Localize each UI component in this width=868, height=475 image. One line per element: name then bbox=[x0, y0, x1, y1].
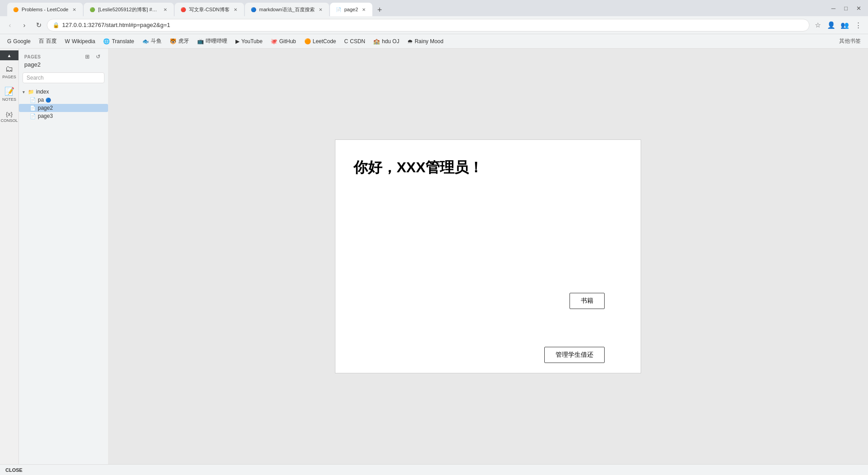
tab-close-2[interactable]: ✕ bbox=[162, 6, 168, 13]
bookmark-huya[interactable]: 🐯 虎牙 bbox=[166, 36, 193, 46]
sidebar-tool-refresh[interactable]: ↺ bbox=[94, 52, 103, 61]
tab-title-1: Problems - LeetCode bbox=[22, 7, 68, 12]
tab-csdn[interactable]: 🔴 写文章-CSDN博客 ✕ bbox=[175, 3, 244, 16]
bookmark-rainymood[interactable]: 🌧 Rainy Mood bbox=[404, 37, 447, 45]
notes-icon: 📝 bbox=[5, 86, 14, 96]
menu-button[interactable]: ⋮ bbox=[852, 19, 864, 31]
tab-title-2: [Leslie5205912的博客] ## - C bbox=[98, 6, 159, 13]
tab-favicon-3: 🔴 bbox=[180, 6, 186, 13]
bookmark-label-translate: Translate bbox=[112, 38, 134, 45]
tab-title-5: page2 bbox=[344, 7, 358, 12]
sidebar-content: PAGES ⊞ ↺ page2 Search ▾ 📁 bbox=[19, 49, 108, 464]
leetcode-icon: 🟠 bbox=[304, 38, 311, 45]
title-bar: 🟠 Problems - LeetCode ✕ 🟢 [Leslie5205912… bbox=[0, 0, 868, 16]
tab-title-3: 写文章-CSDN博客 bbox=[189, 6, 230, 13]
bookmark-github[interactable]: 🐙 GitHub bbox=[267, 37, 299, 45]
status-bar: CLOSE bbox=[0, 464, 868, 475]
window-controls bbox=[0, 0, 4, 16]
refresh-button[interactable]: ↻ bbox=[32, 19, 45, 31]
file-tree: ▾ 📁 index 📄 pa 🔵 📄 page2 bbox=[19, 86, 108, 464]
bookmark-translate[interactable]: 🌐 Translate bbox=[99, 37, 138, 45]
sidebar-tool-grid[interactable]: ⊞ bbox=[83, 52, 92, 61]
baidu-icon: 百 bbox=[39, 37, 44, 45]
books-button[interactable]: 书籍 bbox=[570, 293, 605, 309]
tree-item-pa[interactable]: 📄 pa 🔵 bbox=[19, 96, 108, 104]
bookmark-hduoj[interactable]: 🏫 hdu OJ bbox=[370, 37, 403, 45]
bookmark-douyu[interactable]: 🐟 斗鱼 bbox=[139, 36, 165, 46]
tab-leslie[interactable]: 🟢 [Leslie5205912的博客] ## - C ✕ bbox=[84, 3, 174, 16]
bookmark-wikipedia[interactable]: W Wikipedia bbox=[61, 37, 99, 45]
maximize-button[interactable]: □ bbox=[840, 2, 852, 14]
bookmark-bilibili[interactable]: 📺 哔哩哔哩 bbox=[194, 36, 231, 46]
bookmark-label-rainymood: Rainy Mood bbox=[415, 38, 443, 45]
tree-item-page3[interactable]: 📄 page3 bbox=[19, 112, 108, 120]
tabs-container: 🟠 Problems - LeetCode ✕ 🟢 [Leslie5205912… bbox=[4, 0, 824, 16]
chevron-icon: ▲ bbox=[7, 53, 12, 58]
bookmarks-more-button[interactable]: 其他书签 bbox=[836, 36, 864, 46]
tab-page2[interactable]: 📄 page2 ✕ bbox=[330, 3, 373, 16]
bookmark-label-hduoj: hdu OJ bbox=[382, 38, 399, 45]
tree-item-index[interactable]: ▾ 📁 index bbox=[19, 88, 108, 96]
sidebar-icon-console[interactable]: {x} CONSOL bbox=[1, 105, 18, 128]
page-content-area: 你好，XXX管理员！ 书籍 管理学生借还 bbox=[108, 49, 868, 464]
profile-button[interactable]: 👤 bbox=[825, 19, 837, 31]
search-placeholder: Search bbox=[27, 75, 44, 81]
tab-close-3[interactable]: ✕ bbox=[232, 6, 239, 13]
bookmark-label-leetcode: LeetCode bbox=[313, 38, 336, 45]
console-icon: {x} bbox=[6, 111, 13, 117]
lock-icon: 🔒 bbox=[53, 22, 59, 28]
tab-favicon-4: 🔵 bbox=[250, 6, 257, 13]
sidebar-icon-pages[interactable]: 🗂 PAGES bbox=[1, 60, 18, 83]
forward-button[interactable]: › bbox=[18, 19, 31, 31]
new-tab-button[interactable]: + bbox=[373, 4, 386, 16]
bookmark-google[interactable]: G Google bbox=[4, 37, 34, 45]
user-button[interactable]: 👥 bbox=[838, 19, 851, 31]
tree-item-page2[interactable]: 📄 page2 bbox=[19, 104, 108, 112]
sidebar-collapse-btn[interactable]: ▲ bbox=[0, 50, 18, 60]
bookmark-label-huya: 虎牙 bbox=[178, 37, 189, 45]
sidebar-icon-notes[interactable]: 📝 NOTES bbox=[1, 83, 18, 105]
bookmark-leetcode[interactable]: 🟠 LeetCode bbox=[301, 37, 340, 45]
page-frame: 你好，XXX管理员！ 书籍 管理学生借还 bbox=[335, 139, 641, 373]
bookmark-label-wikipedia: Wikipedia bbox=[72, 38, 95, 45]
bookmark-label-douyu: 斗鱼 bbox=[151, 37, 162, 45]
tree-label-page2: page2 bbox=[38, 105, 53, 111]
pa-badge: 🔵 bbox=[45, 98, 51, 103]
tab-leetcode[interactable]: 🟠 Problems - LeetCode ✕ bbox=[7, 3, 83, 16]
manage-students-button[interactable]: 管理学生借还 bbox=[544, 347, 605, 363]
close-window-button[interactable]: ✕ bbox=[853, 2, 864, 14]
bookmark-csdn[interactable]: C CSDN bbox=[341, 37, 369, 45]
bookmark-label-google: Google bbox=[13, 38, 31, 45]
file-icon-page3: 📄 bbox=[30, 113, 36, 119]
tab-markdown[interactable]: 🔵 markdown语法_百度搜索 ✕ bbox=[245, 3, 329, 16]
bookmarks-bar: G Google 百 百度 W Wikipedia 🌐 Translate 🐟 … bbox=[0, 34, 868, 49]
file-icon-pa: 📄 bbox=[30, 97, 36, 103]
tab-favicon-5: 📄 bbox=[335, 6, 342, 13]
nav-actions: ☆ 👤 👥 ⋮ bbox=[811, 19, 864, 31]
sidebar-search[interactable]: Search bbox=[23, 72, 104, 83]
notes-label: NOTES bbox=[2, 97, 16, 102]
youtube-icon: ▶ bbox=[235, 38, 240, 45]
tree-label-page3: page3 bbox=[38, 113, 53, 119]
bookmark-baidu[interactable]: 百 百度 bbox=[35, 36, 60, 46]
close-button[interactable]: CLOSE bbox=[0, 467, 28, 473]
tab-close-4[interactable]: ✕ bbox=[317, 6, 324, 13]
bookmark-label-csdn: CSDN bbox=[350, 38, 365, 45]
tab-close-5[interactable]: ✕ bbox=[361, 6, 367, 13]
sidebar-header: PAGES ⊞ ↺ page2 bbox=[19, 49, 108, 70]
tab-favicon-1: 🟠 bbox=[13, 6, 19, 13]
bookmark-label-baidu: 百度 bbox=[46, 37, 57, 45]
bookmark-label-bilibili: 哔哩哔哩 bbox=[206, 37, 227, 45]
bookmark-star-button[interactable]: ☆ bbox=[811, 19, 824, 31]
tab-close-1[interactable]: ✕ bbox=[71, 6, 77, 13]
translate-icon: 🌐 bbox=[103, 38, 110, 45]
hduoj-icon: 🏫 bbox=[373, 38, 380, 45]
tree-label-pa: pa bbox=[38, 97, 44, 103]
csdn-icon: C bbox=[344, 38, 348, 45]
back-button[interactable]: ‹ bbox=[4, 19, 16, 31]
bookmark-youtube[interactable]: ▶ YouTube bbox=[232, 37, 266, 45]
tree-arrow-index: ▾ bbox=[23, 90, 28, 94]
minimize-button[interactable]: ─ bbox=[827, 2, 839, 14]
address-bar[interactable]: 🔒 127.0.0.1:32767/start.html#p=page2&g=1 bbox=[47, 19, 809, 31]
address-text: 127.0.0.1:32767/start.html#p=page2&g=1 bbox=[62, 22, 170, 28]
